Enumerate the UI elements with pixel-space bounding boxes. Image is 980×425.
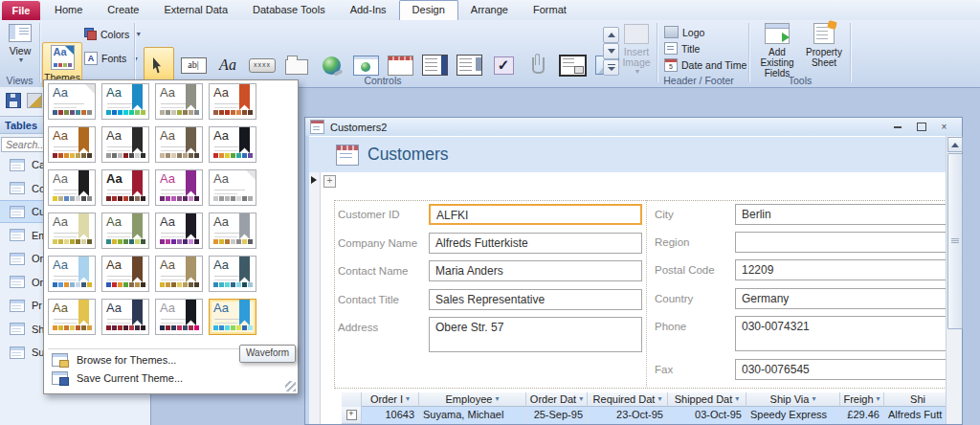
theme-thumbnail-23[interactable]: Aa [155, 299, 203, 335]
check-box-icon[interactable]: ✓ [488, 47, 519, 83]
theme-thumbnail-13[interactable]: Aa [48, 212, 96, 249]
theme-thumbnail-1[interactable]: Aa [48, 83, 96, 120]
tab-add-ins[interactable]: Add-Ins [338, 0, 399, 20]
minimize-button[interactable] [889, 121, 905, 133]
property-sheet-button[interactable]: Property Sheet [804, 23, 844, 68]
record-selector-bar[interactable] [309, 172, 321, 424]
theme-thumbnail-4[interactable]: Aa [209, 83, 256, 120]
theme-thumbnail-12[interactable]: Aa [209, 169, 256, 206]
theme-thumbnail-8[interactable]: Aa [209, 126, 256, 163]
theme-thumbnail-10[interactable]: Aa [101, 169, 149, 206]
tab-design[interactable]: Design [399, 0, 458, 20]
save-current-theme-item[interactable]: Save Current Theme... [44, 369, 299, 387]
close-button[interactable]: × [936, 121, 952, 133]
cell-shi[interactable]: Alfreds Futt [884, 407, 952, 424]
tab-format[interactable]: Format [521, 0, 579, 20]
theme-thumbnail-22[interactable]: Aa [101, 299, 149, 335]
tab-database-tools[interactable]: Database Tools [240, 0, 338, 20]
sort-dropdown-icon[interactable]: ▾ [657, 392, 661, 406]
cell-employee[interactable]: Suyama, Michael [419, 407, 526, 424]
controls-scroll-up-button[interactable] [603, 27, 619, 43]
column-header-required-dat[interactable]: Required Dat▾ [588, 392, 668, 407]
tab-external-data[interactable]: External Data [151, 0, 240, 20]
theme-thumbnail-3[interactable]: Aa [155, 83, 203, 120]
tab-home[interactable]: Home [42, 0, 95, 20]
field-input-city[interactable]: Berlin [735, 204, 947, 225]
field-input-customer-id[interactable]: ALFKI [429, 204, 642, 225]
column-header-order-dat[interactable]: Order Dat▾ [526, 392, 588, 407]
fonts-button[interactable]: A Fonts ▼ [84, 52, 139, 65]
column-header-order-i[interactable]: Order I▾ [362, 392, 419, 407]
form-vertical-scrollbar[interactable] [946, 136, 962, 424]
controls-scroll-down-button[interactable] [603, 43, 619, 59]
field-input-phone[interactable]: 030-0074321 [735, 316, 947, 351]
theme-thumbnail-17[interactable]: Aa [48, 256, 96, 292]
layout-move-handle[interactable]: + [323, 175, 336, 188]
button-icon[interactable]: xxxx [247, 47, 278, 83]
sort-dropdown-icon[interactable]: ▾ [812, 392, 815, 406]
field-input-contact-title[interactable]: Sales Representative [429, 289, 642, 310]
expand-row-button[interactable]: + [346, 410, 357, 420]
column-header-employee[interactable]: Employee▾ [419, 392, 526, 407]
form-header[interactable]: Customers [309, 137, 958, 172]
save-icon[interactable] [6, 93, 21, 108]
column-header-shi[interactable]: Shi [884, 392, 952, 407]
theme-thumbnail-18[interactable]: Aa [101, 256, 149, 292]
scroll-up-button[interactable] [947, 137, 963, 152]
scrollbar-thumb[interactable] [947, 153, 963, 329]
insert-image-button[interactable]: Insert Image ▼ [620, 24, 653, 75]
text-box-icon[interactable]: ab| [178, 47, 209, 83]
column-header-shipped-dat[interactable]: Shipped Dat▾ [668, 392, 746, 407]
sort-dropdown-icon[interactable]: ▾ [579, 392, 583, 406]
cell-ship-via[interactable]: Speedy Express [746, 407, 840, 424]
logo-button[interactable]: Logo [664, 26, 704, 38]
field-input-country[interactable]: Germany [735, 288, 947, 309]
sort-dropdown-icon[interactable]: ▾ [877, 392, 880, 406]
tab-arrange[interactable]: Arrange [458, 0, 521, 20]
theme-thumbnail-5[interactable]: Aa [48, 126, 96, 163]
cell-required-dat[interactable]: 23-Oct-95 [588, 407, 668, 424]
column-header-freigh[interactable]: Freigh▾ [840, 392, 884, 407]
theme-thumbnail-16[interactable]: Aa [209, 212, 256, 249]
format-painter-icon[interactable] [27, 93, 42, 108]
sort-dropdown-icon[interactable]: ▾ [735, 392, 739, 406]
theme-thumbnail-19[interactable]: Aa [155, 256, 203, 292]
subform-icon[interactable] [557, 47, 588, 83]
select-icon[interactable] [144, 47, 174, 83]
theme-thumbnail-6[interactable]: Aa [101, 126, 149, 163]
theme-thumbnail-9[interactable]: Aa [48, 169, 96, 206]
title-button[interactable]: Title [664, 42, 700, 55]
field-input-address[interactable]: Obere Str. 57 [429, 317, 642, 352]
column-header-ship-via[interactable]: Ship Via▾ [746, 392, 840, 407]
cell-order-i[interactable]: 10643 [362, 407, 419, 424]
theme-thumbnail-7[interactable]: Aa [155, 126, 203, 163]
window-title-bar[interactable]: Customers2 [305, 118, 962, 136]
field-input-postal-code[interactable]: 12209 [735, 259, 947, 280]
field-input-region[interactable] [735, 232, 947, 253]
add-existing-fields-button[interactable]: Add Existing Fields [754, 23, 800, 78]
cell-shipped-dat[interactable]: 03-Oct-95 [668, 407, 746, 424]
field-input-fax[interactable]: 030-0076545 [735, 359, 947, 380]
theme-thumbnail-11[interactable]: Aa [155, 169, 203, 206]
sort-dropdown-icon[interactable]: ▾ [406, 392, 410, 406]
field-input-company-name[interactable]: Alfreds Futterkiste [429, 233, 642, 254]
attachment-icon[interactable] [523, 47, 553, 83]
cell-order-dat[interactable]: 25-Sep-95 [526, 407, 588, 424]
cell-freigh[interactable]: £29.46 [840, 407, 884, 424]
datasheet-row-1[interactable]: +10643Suyama, Michael25-Sep-9523-Oct-950… [342, 407, 952, 424]
date-and-time-button[interactable]: 5 Date and Time [664, 58, 746, 72]
sort-dropdown-icon[interactable]: ▾ [495, 392, 499, 406]
tab-create[interactable]: Create [95, 0, 151, 20]
controls-more-button[interactable] [603, 59, 619, 76]
theme-thumbnail-15[interactable]: Aa [155, 212, 203, 249]
label-icon[interactable]: Aa [212, 47, 243, 83]
tab-file[interactable]: File [2, 1, 40, 20]
theme-thumbnail-2[interactable]: Aa [101, 83, 149, 120]
theme-thumbnail-14[interactable]: Aa [101, 212, 149, 249]
theme-thumbnail-21[interactable]: Aa [48, 299, 96, 335]
view-button[interactable]: View ▼ [4, 24, 36, 63]
restore-button[interactable] [913, 121, 929, 133]
resize-grip[interactable] [285, 381, 296, 391]
theme-thumbnail-20[interactable]: Aa [209, 256, 256, 292]
theme-thumbnail-24[interactable]: Aa [209, 299, 256, 335]
